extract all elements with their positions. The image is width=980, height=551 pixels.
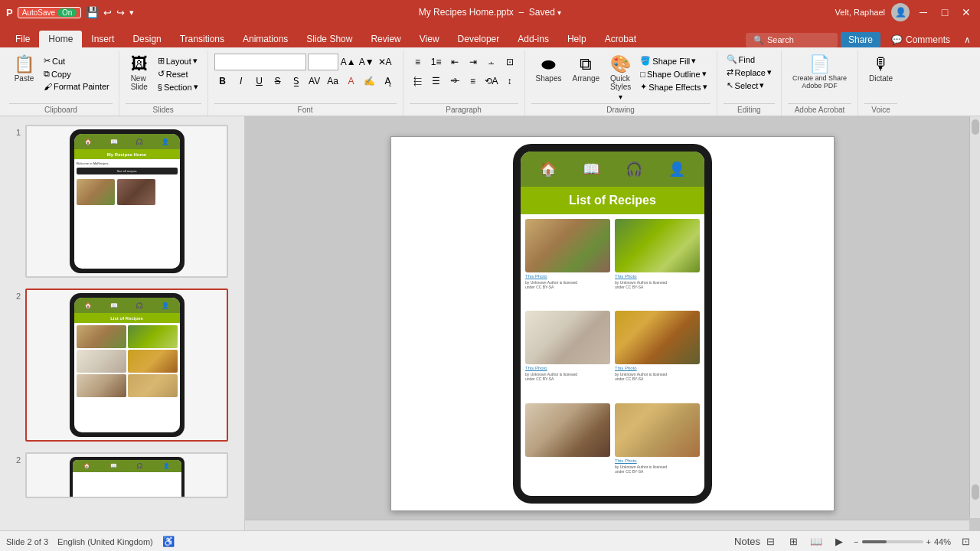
layout-button[interactable]: ⊞ Layout ▾: [155, 55, 201, 67]
tab-view[interactable]: View: [410, 31, 449, 47]
convert-to-smartart-button[interactable]: ⊡: [501, 54, 518, 70]
numbering-button[interactable]: 1≡: [428, 54, 445, 70]
select-button[interactable]: ↖ Select ▾: [724, 80, 775, 91]
autosave-toggle[interactable]: On: [57, 8, 77, 17]
recipes-nav-icon[interactable]: 📖: [583, 161, 599, 178]
columns-button[interactable]: ⫠: [483, 54, 500, 70]
tab-insert[interactable]: Insert: [82, 31, 123, 47]
fit-slide-button[interactable]: ⊡: [957, 533, 974, 550]
shape-effects-button[interactable]: ✦ Shape Effects ▾: [637, 81, 710, 93]
recipe-link-1[interactable]: This Photo: [525, 274, 610, 279]
align-center-button[interactable]: ☰: [428, 73, 445, 90]
italic-button[interactable]: I: [233, 73, 250, 90]
comments-button[interactable]: 💬 Comments: [884, 32, 958, 47]
find-button[interactable]: 🔍 Find: [724, 54, 775, 65]
align-right-button[interactable]: ⬲: [446, 73, 463, 90]
font-color2-button[interactable]: Ą: [380, 73, 397, 90]
create-share-pdf-button[interactable]: 📄 Create and ShareAdobe PDF: [788, 54, 851, 92]
save-icon[interactable]: 💾: [86, 6, 99, 18]
font-color-button[interactable]: A: [343, 73, 360, 90]
tab-design[interactable]: Design: [123, 31, 170, 47]
tab-acrobat[interactable]: Acrobat: [596, 31, 645, 47]
recipe-card-1: This Photo by Unknown Author is licensed…: [525, 219, 610, 307]
tab-animations[interactable]: Animations: [234, 31, 297, 47]
user-avatar: 👤: [891, 3, 910, 21]
home-nav-icon[interactable]: 🏠: [540, 161, 557, 178]
tab-review[interactable]: Review: [361, 31, 410, 47]
arrange-button[interactable]: ⧉ Arrange: [568, 54, 605, 85]
reset-button[interactable]: ↺ Reset: [155, 68, 201, 80]
share-button[interactable]: Share: [841, 32, 880, 47]
zoom-slider[interactable]: [862, 540, 923, 543]
strikethrough-button[interactable]: S: [270, 73, 286, 90]
recipe-link-2[interactable]: This Photo: [615, 274, 700, 279]
quick-styles-button[interactable]: 🎨 QuickStyles ▾: [606, 54, 635, 103]
recipe-link-4[interactable]: This Photo: [615, 366, 700, 370]
replace-button[interactable]: ⇄ Replace ▾: [724, 67, 775, 78]
bold-button[interactable]: B: [214, 73, 231, 90]
collapse-ribbon-icon[interactable]: ∧: [961, 33, 974, 47]
line-spacing-button[interactable]: ↕: [501, 73, 518, 90]
undo-icon[interactable]: ↩: [103, 7, 112, 18]
new-slide-button[interactable]: 🖼 NewSlide: [126, 54, 153, 93]
dictate-button[interactable]: 🎙 Dictate: [864, 54, 897, 85]
slide-thumb-3[interactable]: 2 🏠 📖 🎧 👤: [6, 450, 238, 500]
minimize-icon[interactable]: ─: [916, 5, 931, 20]
notes-button[interactable]: Notes: [739, 533, 756, 550]
zoom-in-icon[interactable]: +: [926, 537, 931, 546]
reading-view-button[interactable]: 📖: [808, 533, 825, 550]
increase-font-button[interactable]: A▲: [340, 54, 357, 70]
accessibility-icon[interactable]: ♿: [162, 536, 175, 547]
tab-developer[interactable]: Developer: [449, 31, 509, 47]
bullets-button[interactable]: ≡: [410, 54, 426, 70]
change-case-button[interactable]: Aa: [325, 73, 341, 90]
profile-nav-icon[interactable]: 👤: [668, 161, 685, 178]
slideshow-button[interactable]: ▶: [831, 533, 848, 550]
slide-sorter-button[interactable]: ⊞: [785, 533, 802, 550]
audio-nav-icon[interactable]: 🎧: [626, 161, 642, 178]
cut-button[interactable]: ✂ Cut: [41, 55, 113, 67]
font-name-input[interactable]: [214, 54, 306, 70]
saved-dropdown-icon[interactable]: ▾: [557, 8, 561, 17]
zoom-out-icon[interactable]: −: [854, 537, 858, 546]
format-painter-button[interactable]: 🖌 Format Painter: [41, 81, 113, 92]
section-button[interactable]: § Section ▾: [155, 81, 201, 93]
restore-icon[interactable]: □: [937, 5, 952, 20]
copy-button[interactable]: ⧉ Copy: [41, 68, 113, 80]
decrease-font-button[interactable]: A▼: [358, 54, 375, 70]
justify-button[interactable]: ≡: [465, 73, 482, 90]
vertical-scrollbar[interactable]: [969, 116, 980, 518]
tab-home[interactable]: Home: [39, 31, 82, 47]
font-size-input[interactable]: 36: [308, 54, 338, 70]
slide-thumb-1[interactable]: 1 🏠 📖 🎧 👤 My Recipes Home: [6, 122, 238, 280]
underline-button[interactable]: U: [251, 73, 268, 90]
align-left-button[interactable]: ⬱: [410, 73, 426, 90]
tab-transitions[interactable]: Transitions: [171, 31, 234, 47]
tab-slideshow[interactable]: Slide Show: [297, 31, 361, 47]
tab-help[interactable]: Help: [558, 31, 596, 47]
search-label[interactable]: Search: [767, 35, 794, 44]
normal-view-button[interactable]: ⊟: [762, 533, 779, 550]
paste-button[interactable]: 📋 Paste: [9, 54, 39, 85]
shapes-button[interactable]: ⬬ Shapes: [531, 54, 567, 85]
char-spacing-button[interactable]: AV: [306, 73, 323, 90]
shadow-button[interactable]: S̲: [288, 73, 305, 90]
redo-icon[interactable]: ↪: [116, 7, 125, 18]
horizontal-scrollbar[interactable]: [245, 520, 969, 530]
clear-format-button[interactable]: ✕A: [377, 54, 394, 70]
increase-indent-button[interactable]: ⇥: [465, 54, 482, 70]
text-direction-button[interactable]: ⟲A: [483, 73, 500, 90]
autosave-badge[interactable]: AutoSave On: [18, 7, 82, 18]
search-box[interactable]: 🔍 Search: [746, 33, 838, 47]
close-icon[interactable]: ✕: [959, 5, 974, 20]
recipe-link-6[interactable]: This Photo: [615, 458, 700, 463]
shape-outline-button[interactable]: □ Shape Outline ▾: [637, 68, 710, 80]
recipe-link-3[interactable]: This Photo: [525, 366, 610, 370]
tab-addins[interactable]: Add-ins: [508, 31, 558, 47]
tab-file[interactable]: File: [6, 31, 39, 47]
slide-thumb-2[interactable]: 2 🏠 📖 🎧 👤 List of Recipes: [6, 286, 238, 444]
highlight-button[interactable]: ✍: [361, 73, 378, 90]
customize-icon[interactable]: ▾: [129, 8, 134, 18]
shape-fill-button[interactable]: 🪣 Shape Fill ▾: [637, 55, 710, 67]
decrease-indent-button[interactable]: ⇤: [446, 54, 463, 70]
